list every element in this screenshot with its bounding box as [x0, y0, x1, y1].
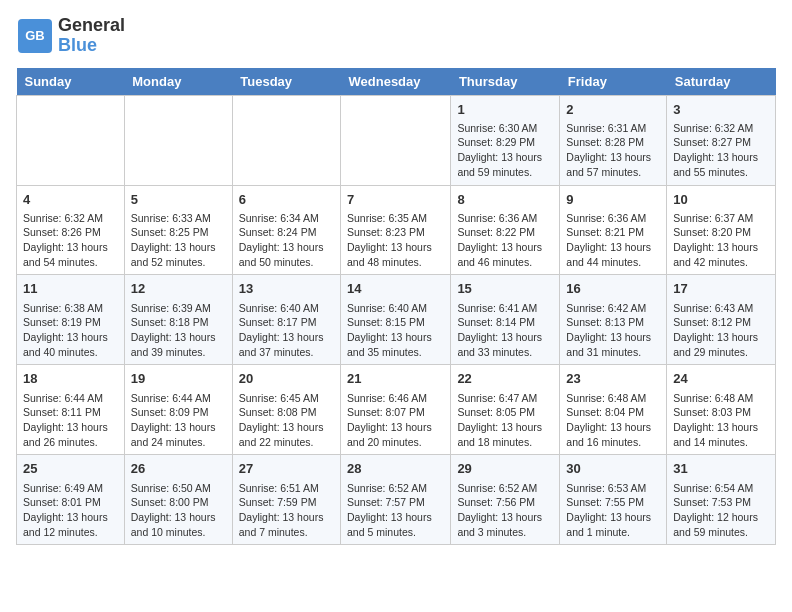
- day-info: Sunrise: 6:32 AM Sunset: 8:26 PM Dayligh…: [23, 211, 118, 270]
- weekday-header-wednesday: Wednesday: [341, 68, 451, 96]
- day-number: 7: [347, 191, 444, 209]
- day-number: 26: [131, 460, 226, 478]
- day-number: 22: [457, 370, 553, 388]
- day-number: 30: [566, 460, 660, 478]
- calendar-week-row: 11Sunrise: 6:38 AM Sunset: 8:19 PM Dayli…: [17, 275, 776, 365]
- day-info: Sunrise: 6:34 AM Sunset: 8:24 PM Dayligh…: [239, 211, 334, 270]
- day-number: 9: [566, 191, 660, 209]
- calendar-cell: 10Sunrise: 6:37 AM Sunset: 8:20 PM Dayli…: [667, 185, 776, 275]
- page-header: GB General Blue: [16, 16, 776, 56]
- day-number: 20: [239, 370, 334, 388]
- day-info: Sunrise: 6:53 AM Sunset: 7:55 PM Dayligh…: [566, 481, 660, 540]
- day-info: Sunrise: 6:45 AM Sunset: 8:08 PM Dayligh…: [239, 391, 334, 450]
- calendar-cell: 23Sunrise: 6:48 AM Sunset: 8:04 PM Dayli…: [560, 365, 667, 455]
- day-number: 17: [673, 280, 769, 298]
- calendar-cell: 6Sunrise: 6:34 AM Sunset: 8:24 PM Daylig…: [232, 185, 340, 275]
- day-number: 24: [673, 370, 769, 388]
- logo: GB General Blue: [16, 16, 125, 56]
- day-number: 6: [239, 191, 334, 209]
- day-info: Sunrise: 6:49 AM Sunset: 8:01 PM Dayligh…: [23, 481, 118, 540]
- day-number: 2: [566, 101, 660, 119]
- calendar-week-row: 1Sunrise: 6:30 AM Sunset: 8:29 PM Daylig…: [17, 95, 776, 185]
- calendar-cell: 7Sunrise: 6:35 AM Sunset: 8:23 PM Daylig…: [341, 185, 451, 275]
- day-info: Sunrise: 6:42 AM Sunset: 8:13 PM Dayligh…: [566, 301, 660, 360]
- day-number: 28: [347, 460, 444, 478]
- day-info: Sunrise: 6:48 AM Sunset: 8:04 PM Dayligh…: [566, 391, 660, 450]
- weekday-header-tuesday: Tuesday: [232, 68, 340, 96]
- day-info: Sunrise: 6:36 AM Sunset: 8:22 PM Dayligh…: [457, 211, 553, 270]
- calendar-cell: 27Sunrise: 6:51 AM Sunset: 7:59 PM Dayli…: [232, 455, 340, 545]
- day-number: 12: [131, 280, 226, 298]
- weekday-header-row: SundayMondayTuesdayWednesdayThursdayFrid…: [17, 68, 776, 96]
- day-info: Sunrise: 6:38 AM Sunset: 8:19 PM Dayligh…: [23, 301, 118, 360]
- calendar-cell: 29Sunrise: 6:52 AM Sunset: 7:56 PM Dayli…: [451, 455, 560, 545]
- day-info: Sunrise: 6:47 AM Sunset: 8:05 PM Dayligh…: [457, 391, 553, 450]
- calendar-cell: 21Sunrise: 6:46 AM Sunset: 8:07 PM Dayli…: [341, 365, 451, 455]
- calendar-cell: 16Sunrise: 6:42 AM Sunset: 8:13 PM Dayli…: [560, 275, 667, 365]
- calendar-cell: 3Sunrise: 6:32 AM Sunset: 8:27 PM Daylig…: [667, 95, 776, 185]
- day-number: 8: [457, 191, 553, 209]
- day-info: Sunrise: 6:43 AM Sunset: 8:12 PM Dayligh…: [673, 301, 769, 360]
- calendar-cell: 25Sunrise: 6:49 AM Sunset: 8:01 PM Dayli…: [17, 455, 125, 545]
- calendar-cell: 22Sunrise: 6:47 AM Sunset: 8:05 PM Dayli…: [451, 365, 560, 455]
- day-info: Sunrise: 6:33 AM Sunset: 8:25 PM Dayligh…: [131, 211, 226, 270]
- calendar-cell: 11Sunrise: 6:38 AM Sunset: 8:19 PM Dayli…: [17, 275, 125, 365]
- day-number: 13: [239, 280, 334, 298]
- day-number: 4: [23, 191, 118, 209]
- calendar-table: SundayMondayTuesdayWednesdayThursdayFrid…: [16, 68, 776, 546]
- day-number: 1: [457, 101, 553, 119]
- weekday-header-saturday: Saturday: [667, 68, 776, 96]
- calendar-cell: 24Sunrise: 6:48 AM Sunset: 8:03 PM Dayli…: [667, 365, 776, 455]
- calendar-week-row: 4Sunrise: 6:32 AM Sunset: 8:26 PM Daylig…: [17, 185, 776, 275]
- calendar-cell: 30Sunrise: 6:53 AM Sunset: 7:55 PM Dayli…: [560, 455, 667, 545]
- day-info: Sunrise: 6:40 AM Sunset: 8:17 PM Dayligh…: [239, 301, 334, 360]
- day-info: Sunrise: 6:54 AM Sunset: 7:53 PM Dayligh…: [673, 481, 769, 540]
- day-info: Sunrise: 6:37 AM Sunset: 8:20 PM Dayligh…: [673, 211, 769, 270]
- day-number: 3: [673, 101, 769, 119]
- svg-text:GB: GB: [25, 28, 45, 43]
- day-info: Sunrise: 6:32 AM Sunset: 8:27 PM Dayligh…: [673, 121, 769, 180]
- day-number: 21: [347, 370, 444, 388]
- calendar-cell: 28Sunrise: 6:52 AM Sunset: 7:57 PM Dayli…: [341, 455, 451, 545]
- calendar-cell: [341, 95, 451, 185]
- calendar-cell: 31Sunrise: 6:54 AM Sunset: 7:53 PM Dayli…: [667, 455, 776, 545]
- logo-icon: GB: [16, 17, 54, 55]
- calendar-cell: 9Sunrise: 6:36 AM Sunset: 8:21 PM Daylig…: [560, 185, 667, 275]
- calendar-week-row: 25Sunrise: 6:49 AM Sunset: 8:01 PM Dayli…: [17, 455, 776, 545]
- day-info: Sunrise: 6:52 AM Sunset: 7:56 PM Dayligh…: [457, 481, 553, 540]
- day-number: 23: [566, 370, 660, 388]
- calendar-cell: [232, 95, 340, 185]
- day-number: 31: [673, 460, 769, 478]
- day-number: 5: [131, 191, 226, 209]
- calendar-cell: 5Sunrise: 6:33 AM Sunset: 8:25 PM Daylig…: [124, 185, 232, 275]
- weekday-header-sunday: Sunday: [17, 68, 125, 96]
- day-info: Sunrise: 6:52 AM Sunset: 7:57 PM Dayligh…: [347, 481, 444, 540]
- day-number: 27: [239, 460, 334, 478]
- day-number: 10: [673, 191, 769, 209]
- day-number: 18: [23, 370, 118, 388]
- calendar-cell: [124, 95, 232, 185]
- calendar-cell: 14Sunrise: 6:40 AM Sunset: 8:15 PM Dayli…: [341, 275, 451, 365]
- logo-text-general: General: [58, 16, 125, 36]
- day-info: Sunrise: 6:46 AM Sunset: 8:07 PM Dayligh…: [347, 391, 444, 450]
- day-info: Sunrise: 6:30 AM Sunset: 8:29 PM Dayligh…: [457, 121, 553, 180]
- day-info: Sunrise: 6:50 AM Sunset: 8:00 PM Dayligh…: [131, 481, 226, 540]
- weekday-header-monday: Monday: [124, 68, 232, 96]
- day-info: Sunrise: 6:36 AM Sunset: 8:21 PM Dayligh…: [566, 211, 660, 270]
- calendar-cell: 13Sunrise: 6:40 AM Sunset: 8:17 PM Dayli…: [232, 275, 340, 365]
- calendar-week-row: 18Sunrise: 6:44 AM Sunset: 8:11 PM Dayli…: [17, 365, 776, 455]
- day-number: 19: [131, 370, 226, 388]
- day-number: 14: [347, 280, 444, 298]
- day-info: Sunrise: 6:51 AM Sunset: 7:59 PM Dayligh…: [239, 481, 334, 540]
- day-info: Sunrise: 6:44 AM Sunset: 8:09 PM Dayligh…: [131, 391, 226, 450]
- calendar-cell: 8Sunrise: 6:36 AM Sunset: 8:22 PM Daylig…: [451, 185, 560, 275]
- calendar-cell: 1Sunrise: 6:30 AM Sunset: 8:29 PM Daylig…: [451, 95, 560, 185]
- calendar-cell: 17Sunrise: 6:43 AM Sunset: 8:12 PM Dayli…: [667, 275, 776, 365]
- calendar-cell: 12Sunrise: 6:39 AM Sunset: 8:18 PM Dayli…: [124, 275, 232, 365]
- calendar-cell: 19Sunrise: 6:44 AM Sunset: 8:09 PM Dayli…: [124, 365, 232, 455]
- logo-text-blue: Blue: [58, 36, 125, 56]
- calendar-cell: 26Sunrise: 6:50 AM Sunset: 8:00 PM Dayli…: [124, 455, 232, 545]
- calendar-cell: 18Sunrise: 6:44 AM Sunset: 8:11 PM Dayli…: [17, 365, 125, 455]
- day-info: Sunrise: 6:35 AM Sunset: 8:23 PM Dayligh…: [347, 211, 444, 270]
- day-info: Sunrise: 6:44 AM Sunset: 8:11 PM Dayligh…: [23, 391, 118, 450]
